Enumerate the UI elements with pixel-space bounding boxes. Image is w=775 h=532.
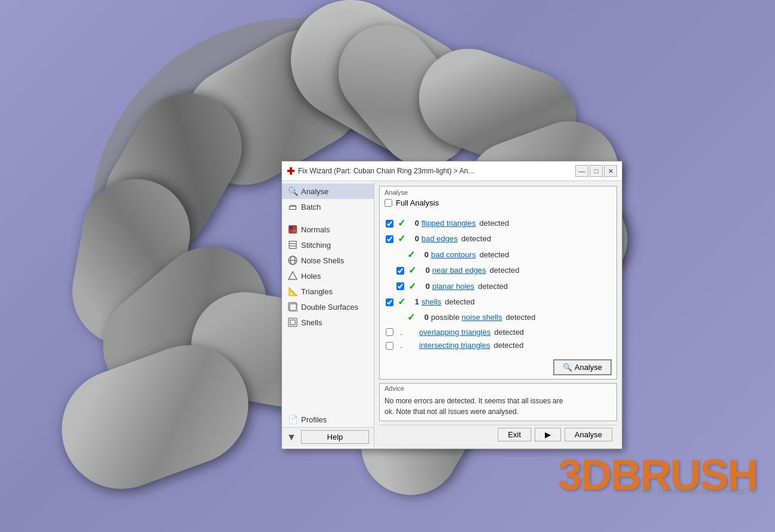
full-analysis-checkbox[interactable] xyxy=(385,199,392,207)
link-text-planarholes[interactable]: planar holes xyxy=(432,282,475,291)
exit-button[interactable]: Exit xyxy=(498,428,531,441)
double-surfaces-icon xyxy=(288,302,297,312)
link-text-badcontours[interactable]: bad contours xyxy=(431,250,476,259)
detected-nearbadedges: detected xyxy=(489,265,519,276)
checkbox-intersecting[interactable] xyxy=(385,342,394,350)
advice-section-header: Advice xyxy=(380,384,616,392)
analyse-nav-button[interactable]: Analyse xyxy=(565,428,612,441)
analyse-icon: 🔍 xyxy=(288,186,297,196)
sidebar-item-batch[interactable]: 🗃 Batch xyxy=(282,199,374,214)
detected-planarholes: detected xyxy=(478,281,508,292)
sidebar-item-shells[interactable]: Shells xyxy=(282,315,374,330)
svg-rect-4 xyxy=(290,242,296,243)
analyse-button-row: 🔍 Analyse xyxy=(380,357,616,379)
count-badcontours: 0 xyxy=(418,250,429,260)
holes-icon xyxy=(288,271,297,281)
greencheck-badedges: ✓ xyxy=(396,232,406,245)
help-button[interactable]: Help xyxy=(301,430,369,444)
sidebar-bottom: ▼ Help xyxy=(282,427,374,446)
link-shells[interactable]: shells xyxy=(421,297,441,307)
checkbox-badedges[interactable] xyxy=(385,235,394,243)
sidebar-item-noise-shells[interactable]: Noise Shells xyxy=(282,253,374,268)
sidebar-label-double-surfaces: Double Surfaces xyxy=(301,303,358,312)
link-text-shells[interactable]: shells xyxy=(421,297,441,306)
analyse-section-header: Analyse xyxy=(380,186,616,196)
link-text-flipped[interactable]: flipped triangles xyxy=(421,219,476,228)
checkbox-flipped[interactable] xyxy=(385,220,394,228)
analyse-row-intersecting: . intersecting triangles detected xyxy=(385,339,612,352)
batch-icon: 🗃 xyxy=(288,202,297,211)
titlebar-title: Fix Wizard (Part: Cuban Chain Ring 23mm-… xyxy=(298,167,572,175)
detected-flipped: detected xyxy=(479,218,509,229)
checkbox-planarholes[interactable] xyxy=(395,282,405,290)
detected-shells: detected xyxy=(445,297,475,307)
greencheck-badcontours: ✓ xyxy=(406,248,416,262)
link-badcontours[interactable]: bad contours xyxy=(431,250,476,260)
noise-shells-icon xyxy=(288,256,297,265)
link-planarholes[interactable]: planar holes xyxy=(432,281,475,292)
sidebar-label-noise-shells: Noise Shells xyxy=(301,256,344,265)
dot-overlapping: . xyxy=(396,327,406,338)
analyse-row-badcontours: ✓ 0 bad contours detected xyxy=(385,247,612,263)
dialog-window: ✚ Fix Wizard (Part: Cuban Chain Ring 23m… xyxy=(281,161,622,449)
sidebar: 🔍 Analyse 🗃 Batch Normals Stitching xyxy=(282,181,374,449)
sidebar-label-analyse: Analyse xyxy=(301,187,328,196)
analyse-rows: ✓ 0 flipped triangles detected xyxy=(380,214,616,357)
sidebar-label-shells: Shells xyxy=(301,318,322,327)
analyse-row-nearbadedges: ✓ 0 near bad edges detected xyxy=(385,263,612,278)
link-text-badedges[interactable]: bad edges xyxy=(421,234,458,243)
greencheck-planarholes: ✓ xyxy=(407,280,417,293)
dot-intersecting: . xyxy=(396,340,406,351)
checkbox-shells[interactable] xyxy=(385,298,394,306)
sidebar-label-stitching: Stitching xyxy=(301,241,331,250)
triangles-icon: 📐 xyxy=(288,287,297,296)
sidebar-item-profiles[interactable]: 📄 Profiles xyxy=(282,412,374,427)
link-badedges[interactable]: bad edges xyxy=(421,234,458,244)
analyse-row-flipped: ✓ 0 flipped triangles detected xyxy=(385,216,612,231)
sidebar-item-double-surfaces[interactable]: Double Surfaces xyxy=(282,299,374,315)
link-text-nearbadedges[interactable]: near bad edges xyxy=(432,266,486,275)
link-noiseshells[interactable]: possible noise shells xyxy=(431,312,502,323)
detected-badcontours: detected xyxy=(479,250,509,260)
analyse-section-title: Analyse xyxy=(385,189,408,196)
minimize-button[interactable]: — xyxy=(575,165,588,177)
greencheck-nearbadedges: ✓ xyxy=(407,264,417,277)
prefix-noiseshells: possible xyxy=(431,313,461,322)
advice-text: No more errors are detected. It seems th… xyxy=(380,392,616,421)
sidebar-item-normals[interactable]: Normals xyxy=(282,222,374,237)
arrow-icon: ▶ xyxy=(545,430,551,439)
sidebar-item-stitching[interactable]: Stitching xyxy=(282,237,374,253)
checkbox-overlapping[interactable] xyxy=(385,328,394,336)
link-intersecting[interactable]: intersecting triangles xyxy=(419,340,490,351)
analyse-row-shells: ✓ 1 shells detected xyxy=(385,294,612,310)
detected-noiseshells: detected xyxy=(506,312,535,323)
greencheck-shells: ✓ xyxy=(396,295,406,309)
link-text-noiseshells[interactable]: noise shells xyxy=(461,313,502,322)
normals-icon xyxy=(288,225,297,234)
sidebar-divider xyxy=(282,214,374,222)
titlebar-icon: ✚ xyxy=(287,166,294,177)
sidebar-label-triangles: Triangles xyxy=(301,287,333,296)
link-overlapping[interactable]: overlapping triangles xyxy=(419,327,491,338)
sidebar-item-holes[interactable]: Holes xyxy=(282,268,374,284)
link-text-intersecting[interactable]: intersecting triangles xyxy=(419,341,490,350)
svg-rect-1 xyxy=(290,226,293,229)
full-analysis-label: Full Analysis xyxy=(396,198,439,207)
checkbox-nearbadedges[interactable] xyxy=(395,267,405,275)
bottom-nav: Exit ▶ Analyse xyxy=(379,425,617,444)
arrow-next-button[interactable]: ▶ xyxy=(535,428,561,441)
count-noiseshells: 0 xyxy=(418,312,429,323)
analyse-button[interactable]: 🔍 Analyse xyxy=(553,359,612,375)
advice-section: Advice No more errors are detected. It s… xyxy=(379,383,617,421)
close-button[interactable]: ✕ xyxy=(604,165,617,177)
sidebar-item-analyse[interactable]: 🔍 Analyse xyxy=(282,183,374,199)
link-flipped[interactable]: flipped triangles xyxy=(421,218,476,229)
sidebar-label-profiles: Profiles xyxy=(301,415,327,424)
link-text-overlapping[interactable]: overlapping triangles xyxy=(419,328,491,337)
sidebar-item-triangles[interactable]: 📐 Triangles xyxy=(282,284,374,299)
greencheck-flipped: ✓ xyxy=(396,217,406,230)
link-nearbadedges[interactable]: near bad edges xyxy=(432,265,486,276)
stitching-icon xyxy=(288,240,297,250)
sidebar-label-batch: Batch xyxy=(301,203,321,211)
restore-button[interactable]: □ xyxy=(590,165,603,177)
